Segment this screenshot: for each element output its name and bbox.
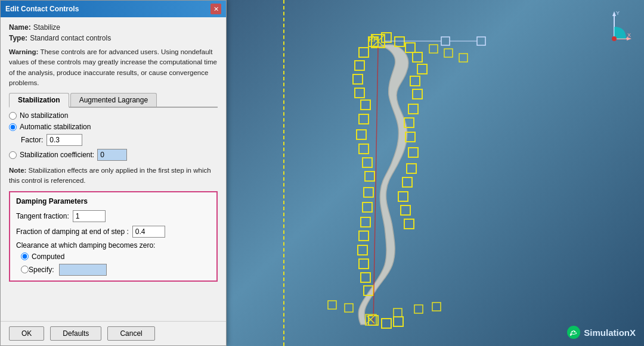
tab-augmented-lagrange[interactable]: Augmented Lagrange [70,93,157,107]
computed-label: Computed [32,253,64,261]
svg-rect-32 [413,89,422,99]
svg-point-4 [612,36,617,41]
tangent-fraction-row: Tangent fraction: [16,210,210,222]
svg-rect-37 [407,164,416,173]
svg-rect-21 [363,158,372,167]
svg-rect-39 [398,192,408,201]
svg-rect-14 [355,61,364,70]
svg-rect-50 [441,37,450,45]
damping-parameters-box: Damping Parameters Tangent fraction: Fra… [9,191,218,282]
svg-rect-20 [359,144,369,154]
dialog-close-button[interactable]: ✕ [210,4,221,14]
warning-label: Warning: [9,48,38,55]
clearance-label: Clearance at which damping becomes zero: [16,241,210,250]
svg-rect-38 [402,177,412,187]
warning-text: These controls are for advanced users. U… [9,48,217,86]
dialog-titlebar: Edit Contact Controls ✕ [1,1,226,17]
svg-rect-63 [414,305,423,313]
main-shape-svg: RP [256,12,590,333]
factor-row: Factor: [21,134,218,146]
type-row: Type: Standard contact controls [9,34,218,42]
computed-radio[interactable] [21,253,29,260]
viewport: Y X [227,0,644,346]
svg-rect-62 [394,308,402,317]
wechat-icon [567,326,580,339]
no-stabilization-radio[interactable] [9,112,17,120]
dashed-vertical-line [283,0,284,346]
type-label: Type: [9,34,27,42]
svg-rect-28 [359,259,369,269]
type-value: Standard contact controls [30,34,111,42]
factor-input[interactable] [47,134,82,146]
tangent-fraction-input[interactable] [73,210,106,222]
svg-rect-58 [444,49,453,57]
watermark: SimulationX [567,326,636,339]
viewport-content: Y X [227,0,644,346]
name-value: Stabilize [33,23,60,32]
damping-box-title: Damping Parameters [16,197,210,205]
no-stabilization-row: No stabilization [9,111,218,120]
stab-coeff-input[interactable] [97,149,127,161]
specify-row: Specify: [21,264,210,276]
auto-stabilization-label: Automatic stabilization [20,123,91,131]
svg-rect-41 [404,219,414,229]
svg-rect-44 [394,317,403,326]
specify-input[interactable] [59,264,107,276]
defaults-button[interactable]: Defaults [50,326,101,341]
svg-rect-15 [353,74,363,84]
svg-rect-43 [382,319,391,328]
svg-rect-24 [363,202,372,212]
svg-rect-23 [364,188,373,197]
svg-rect-61 [345,304,353,312]
svg-rect-40 [401,205,410,215]
svg-rect-17 [361,100,370,110]
triad-svg: Y X [596,9,632,45]
note-label: Note: [9,167,26,174]
note-text: Stabilization effects are only applied i… [9,167,211,184]
svg-rect-36 [408,148,418,157]
svg-rect-29 [361,273,370,282]
svg-text:Y: Y [616,10,620,16]
svg-rect-27 [358,245,367,255]
svg-rect-33 [408,104,418,114]
dialog-title: Edit Contact Controls [5,5,79,13]
stab-coeff-radio[interactable] [9,151,17,159]
watermark-text: SimulationX [584,328,636,338]
fraction-damping-row: Fraction of damping at end of step : [16,226,210,238]
svg-rect-64 [432,303,441,311]
svg-text:X: X [627,32,631,38]
specify-label: Specify: [29,266,54,274]
coordinate-triad: Y X [596,9,632,45]
ok-button[interactable]: OK [9,326,44,341]
fraction-damping-input[interactable] [132,226,165,238]
dialog-footer: OK Defaults Cancel [1,321,226,345]
tabs-container: Stabilization Augmented Lagrange [9,93,218,108]
specify-radio[interactable] [21,266,29,273]
factor-label: Factor: [21,136,43,144]
stab-coeff-row: Stabilization coefficient: [9,149,218,161]
svg-rect-13 [359,48,369,57]
name-row: Name: Stabilize [9,23,218,32]
svg-rect-31 [410,76,420,86]
tangent-fraction-label: Tangent fraction: [16,212,69,220]
tab-stabilization[interactable]: Stabilization [9,93,69,108]
svg-rect-16 [355,88,364,98]
edit-contact-controls-dialog: Edit Contact Controls ✕ Name: Stabilize … [0,0,227,346]
auto-stabilization-row: Automatic stabilization [9,123,218,131]
fraction-damping-label: Fraction of damping at end of step : [16,227,129,236]
cancel-button[interactable]: Cancel [107,326,154,341]
svg-rect-22 [365,172,374,181]
computed-row: Computed [21,253,210,261]
dialog-body: Name: Stabilize Type: Standard contact c… [1,17,226,321]
svg-rect-26 [359,231,369,241]
svg-rect-25 [361,217,370,227]
svg-rect-11 [413,52,422,62]
svg-rect-52 [477,37,485,45]
svg-rect-60 [328,301,336,309]
svg-rect-18 [359,114,369,124]
clearance-options: Computed Specify: [21,253,210,276]
note-box: Note: Stabilization effects are only app… [9,166,218,186]
svg-rect-9 [395,37,404,46]
auto-stabilization-radio[interactable] [9,123,17,131]
no-stabilization-label: No stabilization [20,111,68,120]
